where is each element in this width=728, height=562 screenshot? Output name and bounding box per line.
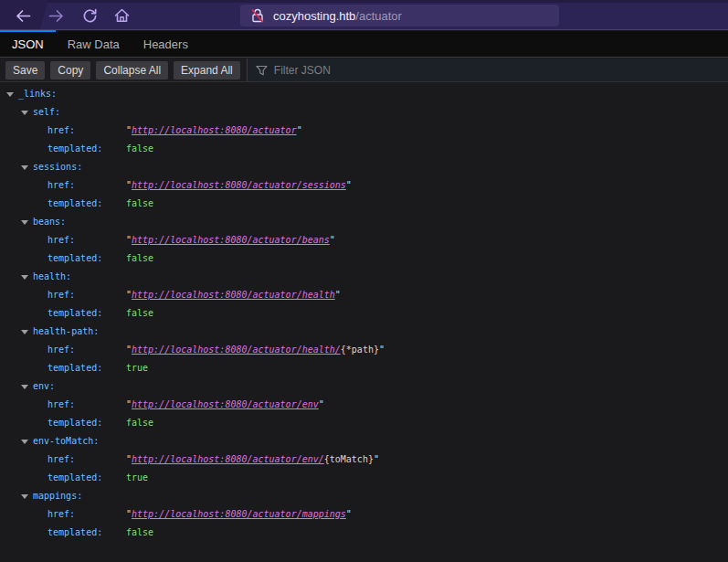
json-key: href: bbox=[47, 505, 75, 524]
json-row: env: bbox=[0, 377, 728, 396]
url-display: cozyhosting.htb/actuator bbox=[273, 9, 402, 23]
json-row: href:"http://localhost:8080/actuator/hea… bbox=[0, 286, 728, 304]
forward-button[interactable] bbox=[44, 5, 68, 27]
twisty-icon[interactable] bbox=[21, 111, 28, 115]
json-value-boolean: true bbox=[126, 359, 148, 377]
back-button[interactable] bbox=[11, 5, 35, 27]
json-row: href:"http://localhost:8080/actuator/env… bbox=[0, 396, 728, 414]
json-link-href[interactable]: http://localhost:8080/actuator/mappings bbox=[132, 509, 346, 519]
url-host: cozyhosting.htb bbox=[273, 9, 355, 23]
tab-raw-data[interactable]: Raw Data bbox=[56, 31, 132, 57]
json-key: href: bbox=[47, 396, 75, 414]
json-row: mappings: bbox=[0, 487, 728, 505]
json-tree: _links:self:href:"http://localhost:8080/… bbox=[0, 83, 728, 562]
json-value-string: "http://localhost:8080/actuator/env" bbox=[126, 396, 324, 414]
json-key: beans: bbox=[33, 213, 66, 231]
tab-headers[interactable]: Headers bbox=[132, 31, 200, 57]
json-row: health: bbox=[0, 268, 728, 286]
json-row: sessions: bbox=[0, 158, 728, 176]
json-row: _links: bbox=[0, 85, 728, 103]
tab-json[interactable]: JSON bbox=[0, 31, 56, 57]
twisty-icon[interactable] bbox=[6, 92, 14, 97]
browser-chrome: cozyhosting.htb/actuator bbox=[0, 0, 728, 30]
json-value-string: "http://localhost:8080/actuator/health/{… bbox=[126, 341, 385, 359]
home-button[interactable] bbox=[110, 5, 133, 27]
filter-json-input[interactable]: Filter JSON bbox=[247, 58, 728, 81]
json-value-string: "http://localhost:8080/actuator/mappings… bbox=[126, 505, 352, 524]
filter-funnel-icon bbox=[256, 65, 268, 76]
json-row: templated:false bbox=[0, 414, 728, 432]
json-row: templated:false bbox=[0, 249, 728, 268]
json-key: templated: bbox=[47, 140, 102, 158]
json-key: _links: bbox=[18, 85, 57, 103]
json-row: templated:false bbox=[0, 524, 728, 542]
json-row: href:"http://localhost:8080/actuator/hea… bbox=[0, 341, 728, 359]
json-link-href[interactable]: http://localhost:8080/actuator/beans bbox=[132, 235, 330, 245]
json-key: health-path: bbox=[33, 323, 99, 341]
titlebar-sliver bbox=[0, 0, 728, 3]
json-row: templated:true bbox=[0, 469, 728, 487]
url-bar[interactable]: cozyhosting.htb/actuator bbox=[240, 5, 559, 27]
reload-icon bbox=[82, 8, 98, 24]
twisty-icon[interactable] bbox=[21, 440, 28, 444]
url-path: /actuator bbox=[355, 9, 402, 23]
json-key: templated: bbox=[47, 414, 102, 432]
json-link-href[interactable]: http://localhost:8080/actuator/health/ bbox=[132, 345, 341, 355]
json-key: templated: bbox=[47, 469, 102, 487]
twisty-icon[interactable] bbox=[21, 330, 28, 334]
json-value-boolean: true bbox=[126, 469, 148, 487]
json-link-href[interactable]: http://localhost:8080/actuator/health bbox=[132, 290, 335, 300]
twisty-icon[interactable] bbox=[21, 275, 28, 280]
json-key: env-toMatch: bbox=[33, 432, 99, 451]
save-button[interactable]: Save bbox=[5, 61, 45, 80]
reload-button[interactable] bbox=[78, 5, 101, 27]
forward-arrow-icon bbox=[48, 9, 64, 23]
filter-placeholder: Filter JSON bbox=[274, 64, 331, 77]
insecure-lock-icon[interactable] bbox=[250, 7, 265, 24]
json-link-href[interactable]: http://localhost:8080/actuator/env/ bbox=[132, 454, 324, 464]
json-key: sessions: bbox=[33, 158, 82, 176]
json-value-boolean: false bbox=[126, 524, 153, 542]
json-row: href:"http://localhost:8080/actuator" bbox=[0, 122, 728, 140]
json-key: templated: bbox=[47, 195, 102, 213]
expand-all-button[interactable]: Expand All bbox=[174, 61, 240, 80]
jsonviewer-toolbar: Save Copy Collapse All Expand All Filter… bbox=[0, 58, 728, 82]
json-row: templated:false bbox=[0, 304, 728, 323]
json-key: self: bbox=[33, 103, 60, 122]
json-key: templated: bbox=[47, 359, 102, 377]
jsonviewer-tabbar: JSON Raw Data Headers bbox=[0, 31, 728, 58]
json-key: href: bbox=[47, 231, 75, 249]
twisty-icon[interactable] bbox=[21, 385, 28, 389]
json-row: templated:false bbox=[0, 195, 728, 213]
json-value-boolean: false bbox=[126, 140, 153, 158]
json-value-boolean: false bbox=[126, 414, 153, 432]
json-value-string: "http://localhost:8080/actuator/beans" bbox=[126, 231, 335, 249]
json-row: self: bbox=[0, 103, 728, 122]
json-row: href:"http://localhost:8080/actuator/env… bbox=[0, 451, 728, 469]
json-key: env: bbox=[33, 377, 55, 396]
json-row: health-path: bbox=[0, 323, 728, 341]
json-value-string: "http://localhost:8080/actuator" bbox=[126, 122, 302, 140]
json-value-string: "http://localhost:8080/actuator/sessions… bbox=[126, 176, 352, 195]
json-link-href[interactable]: http://localhost:8080/actuator bbox=[132, 125, 297, 135]
twisty-icon[interactable] bbox=[21, 494, 28, 499]
json-key: mappings: bbox=[33, 487, 82, 505]
collapse-all-button[interactable]: Collapse All bbox=[96, 61, 168, 80]
json-link-href[interactable]: http://localhost:8080/actuator/env bbox=[132, 399, 319, 409]
json-row: href:"http://localhost:8080/actuator/ses… bbox=[0, 176, 728, 195]
json-value-string: "http://localhost:8080/actuator/health" bbox=[126, 286, 341, 304]
json-key: href: bbox=[47, 286, 75, 304]
twisty-icon[interactable] bbox=[21, 165, 28, 170]
json-row: templated:false bbox=[0, 140, 728, 158]
json-row: beans: bbox=[0, 213, 728, 231]
json-key: templated: bbox=[47, 304, 102, 323]
twisty-icon[interactable] bbox=[21, 220, 28, 225]
copy-button[interactable]: Copy bbox=[50, 61, 90, 80]
json-value-string: "http://localhost:8080/actuator/env/{toM… bbox=[126, 451, 379, 469]
json-key: href: bbox=[47, 451, 75, 469]
browser-window: cozyhosting.htb/actuator JSON Raw Data H… bbox=[0, 0, 728, 562]
json-row: env-toMatch: bbox=[0, 432, 728, 451]
home-icon bbox=[114, 8, 130, 23]
json-link-href[interactable]: http://localhost:8080/actuator/sessions bbox=[132, 180, 346, 190]
json-row: templated:true bbox=[0, 359, 728, 377]
